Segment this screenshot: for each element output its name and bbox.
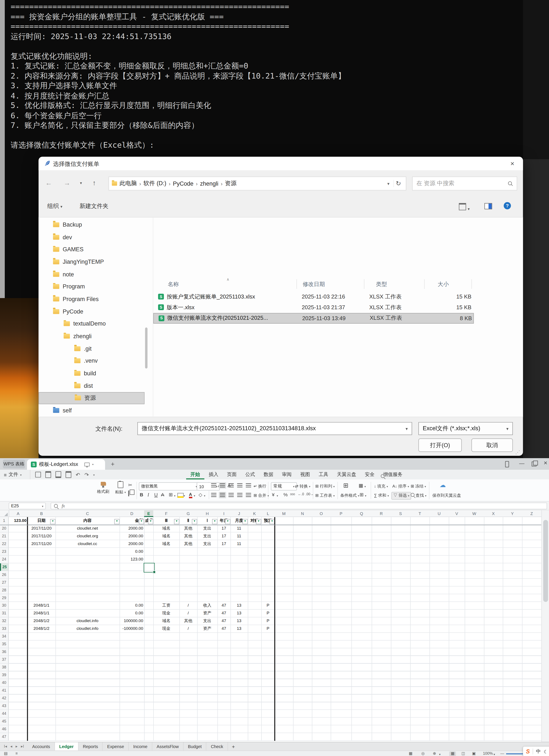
col-header-W[interactable]: W [465,510,484,517]
cell-I21[interactable]: 17 [218,532,231,540]
col-header-Y[interactable]: Y [503,510,522,517]
search-box[interactable]: 在 资源 中搜索 [412,177,517,191]
col-header-C[interactable]: C [55,510,120,517]
row-header-26[interactable]: 26 [0,571,9,579]
row-header-40[interactable]: 40 [0,679,9,687]
cell-H33[interactable]: 资产 [197,625,217,633]
cell-I22[interactable]: 17 [218,540,231,548]
align-top-icon[interactable] [211,483,217,488]
filter-button-C[interactable]: ▼ [114,519,120,524]
sidebar-item-.venv[interactable]: .venv [39,355,145,367]
menu-工具[interactable]: 工具 [314,470,332,479]
wrap-text-button[interactable]: ↵ 换行 [254,484,267,489]
sheet-tab-Budget[interactable]: Budget [184,742,207,751]
sheet-tab-Ledger[interactable]: Ledger [55,742,79,751]
cell-B20[interactable]: 2017/11/20 [27,525,55,532]
underline-icon[interactable]: U [154,492,158,498]
cloud-save-icon[interactable]: ☁ [440,481,446,489]
sidebar-item-GAMES[interactable]: GAMES [39,243,145,256]
command-search-icon[interactable] [381,474,385,479]
restore-icon[interactable] [532,462,536,467]
col-header-M[interactable]: M [275,510,293,517]
reading-mode-icon[interactable]: ◎ [421,751,425,756]
cell-D33[interactable]: -100000.00 [120,625,144,633]
menu-页面[interactable]: 页面 [223,470,241,479]
row-header-20[interactable]: 20 [0,525,9,532]
cell-H21[interactable]: 支出 [197,532,217,540]
filename-input[interactable]: 微信支付账单流水文件(20251021-20251102)_2025110313… [138,422,412,435]
wps-logo-icon[interactable]: S [526,748,530,755]
row-header-43[interactable]: 43 [0,702,9,710]
breadcrumb-item[interactable]: 资源 [223,179,239,188]
cell-J22[interactable]: 11 [230,540,248,548]
cell-B22[interactable]: 2017/11/20 [27,540,55,548]
remove-decimal-icon[interactable]: .00→ [305,492,314,496]
row-header-28[interactable]: 28 [0,586,9,594]
cell-C21[interactable]: cloudlet.org [55,532,120,540]
recent-locations-icon[interactable]: ▾ [80,181,82,185]
row-header-41[interactable]: 41 [0,687,9,695]
sheet-tab-AssetsFlow[interactable]: AssetsFlow [152,742,184,751]
minimize-icon[interactable]: — [519,460,525,466]
cell-F22[interactable]: 域名 [153,540,179,548]
zoom-level[interactable]: 100% [483,751,493,756]
open-button[interactable]: 打开(O) [418,438,462,452]
col-header-D[interactable]: D [120,510,144,517]
row-header-25[interactable]: 25 [0,563,9,571]
row-header-1[interactable]: 1 [0,517,9,525]
sheet-tab-Reports[interactable]: Reports [79,742,103,751]
cell-L30[interactable]: P [261,602,275,610]
row-header-47[interactable]: 47 [0,733,9,741]
row-header-22[interactable]: 22 [0,540,9,548]
add-sheet-icon[interactable]: + [228,744,239,749]
cell-F31[interactable]: 现金 [153,610,179,617]
thousands-icon[interactable]: 000 [290,493,295,496]
resize-grip-icon[interactable]: ⋰ [515,450,520,455]
cell-H30[interactable]: 收入 [197,602,217,610]
sum-button[interactable]: ∑ 求和 ▾ [374,493,389,499]
redo-icon[interactable]: ↷ [85,471,89,478]
cell-L31[interactable]: P [261,610,275,617]
row-header-21[interactable]: 21 [0,532,9,540]
col-header-U[interactable]: U [429,510,449,517]
sort-button[interactable]: A↓ 排序 ▾ [392,484,409,489]
mobile-view-icon[interactable] [505,461,509,468]
fill-button[interactable]: ↓ 填充 ▾ [374,484,388,489]
col-header-O[interactable]: O [312,510,331,517]
worksheet-button[interactable]: ⊞ 工作表 ▾ [315,493,335,499]
filter-button-J[interactable]: ▼ [243,519,248,524]
convert-button[interactable]: ⇄ 转换 ▾ [295,484,310,489]
forward-icon[interactable]: → [64,179,70,187]
cell-J30[interactable]: 13 [230,602,248,610]
add-decimal-icon[interactable]: ←.0 [298,492,304,496]
find-button[interactable]: 查找 ▾ [411,493,426,499]
row-header-36[interactable]: 36 [0,648,9,656]
format-painter-button[interactable]: 格式刷 [95,482,112,495]
quick-access-caret-icon[interactable]: ▾ [93,473,95,476]
cell-I33[interactable]: 47 [218,625,231,633]
col-header-G[interactable]: G [179,510,197,517]
menu-视图[interactable]: 视图 [296,470,314,479]
table-style-icon[interactable]: ⊞ [343,483,348,489]
cell-I31[interactable]: 47 [218,610,231,617]
cell-G31[interactable]: / [179,610,197,617]
col-header-H[interactable]: H [197,510,217,517]
cell-G30[interactable]: / [179,602,197,610]
cell-H32[interactable]: 支出 [197,617,217,625]
filter-button-D[interactable]: ▼ [139,519,144,524]
file-row[interactable]: S微信支付账单流水文件(20251021-2025...2025-11-03 1… [153,313,474,324]
cell-I20[interactable]: 17 [218,525,231,532]
cell-G22[interactable]: 其他 [179,540,197,548]
conditional-format-button[interactable]: 条件格式 ▾ [340,493,359,499]
row-header-46[interactable]: 46 [0,725,9,733]
spreadsheet-grid[interactable]: 123.00日期▼内容▼金额▼成员▼Ⅲ▼Ⅱ▼Ⅰ▼年度▼月度▼对账▼预算▼2017… [0,517,549,742]
strikethrough-icon[interactable]: A [161,492,164,498]
preview-pane-icon[interactable] [484,203,492,211]
sheet-tab-Accounts[interactable]: Accounts [28,742,55,751]
filter-button-L[interactable]: ▼ [270,519,275,524]
paste-button[interactable]: 粘贴 ▾ [112,481,129,495]
cell-D23[interactable]: 0.00 [120,548,144,556]
cell-I32[interactable]: 47 [218,617,231,625]
sheet-tab-Expense[interactable]: Expense [103,742,129,751]
cell-J20[interactable]: 11 [230,525,248,532]
